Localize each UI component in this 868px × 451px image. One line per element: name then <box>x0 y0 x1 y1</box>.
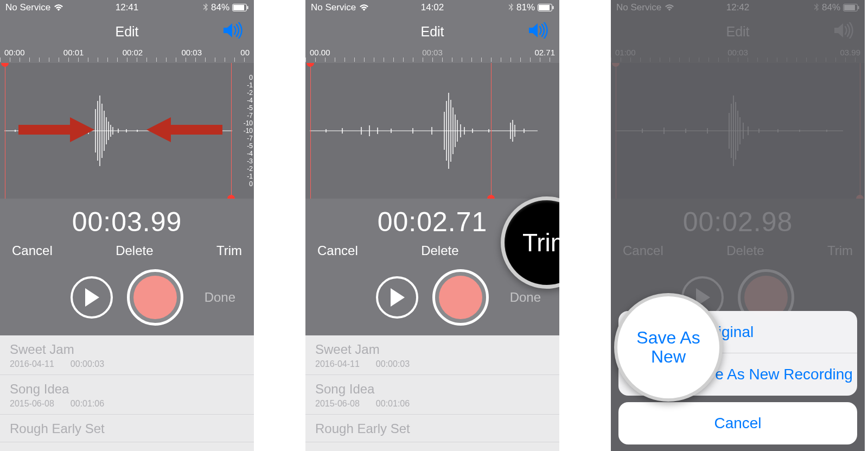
speaker-button <box>833 22 855 41</box>
recording-duration: 00:01:06 <box>71 399 104 408</box>
waveform-area[interactable]: 0-1-2-4-5-7-10-10-7-5-4-3-2-10 <box>0 63 254 199</box>
trim-handle-right[interactable] <box>487 195 495 199</box>
ruler-label: 00:03 <box>422 48 443 58</box>
recording-date: 2015-06-08 <box>315 399 360 408</box>
carrier-label: No Service <box>5 2 50 13</box>
duration-label: 00:02.98 <box>611 206 865 238</box>
carrier-label: No Service <box>616 2 661 13</box>
recording-title: Song Idea <box>10 382 244 397</box>
waveform-area[interactable] <box>305 63 559 199</box>
callout-label: Trim <box>522 228 559 257</box>
nav-header: Edit <box>0 15 254 48</box>
recording-date: 2016-04-11 <box>10 359 54 369</box>
trim-handle-right <box>856 195 864 199</box>
ruler-label: 03.99 <box>840 48 860 58</box>
recording-title: Rough Early Set <box>10 421 244 436</box>
recording-duration: 00:00:03 <box>376 359 410 369</box>
trim-handle-left-line[interactable] <box>5 63 5 199</box>
done-button[interactable]: Done <box>510 290 541 305</box>
bluetooth-icon <box>814 3 819 12</box>
callout-save-as-new: Save As New <box>614 293 723 402</box>
wifi-icon <box>359 4 369 11</box>
ruler-label: 00:03 <box>727 48 748 58</box>
trim-handle-right[interactable] <box>227 195 235 199</box>
trim-handle-left-line <box>616 63 616 199</box>
sheet-cancel[interactable]: Cancel <box>618 402 857 444</box>
svg-rect-29 <box>539 5 550 10</box>
nav-header: Edit <box>305 15 559 48</box>
svg-rect-30 <box>553 6 554 9</box>
trim-handle-right-line[interactable] <box>231 63 232 199</box>
recordings-list: Sweet Jam 2016-04-1100:00:03 Song Idea 2… <box>305 335 559 451</box>
done-button[interactable]: Done <box>205 290 235 305</box>
phone-screenshot-3: No Service 12:42 84% Edit <box>611 0 865 451</box>
battery-icon <box>843 4 859 11</box>
record-button[interactable] <box>432 269 489 326</box>
wifi-icon <box>665 4 674 11</box>
duration-label: 00:03.99 <box>0 206 254 238</box>
wifi-icon <box>54 4 63 11</box>
list-item[interactable]: Sweet Jam 2016-04-1100:00:03 <box>305 335 559 375</box>
waveform <box>615 63 843 199</box>
trim-handle-left-line[interactable] <box>310 63 311 199</box>
timeline-ruler: 00.00 00:03 02.71 <box>305 48 559 63</box>
page-title: Edit <box>115 24 138 40</box>
nav-header: Edit <box>611 15 865 48</box>
battery-icon <box>538 4 554 11</box>
list-item[interactable]: Rough Early Set <box>305 415 559 442</box>
page-title: Edit <box>420 24 444 40</box>
svg-rect-56 <box>844 5 855 10</box>
status-bar: No Service 12:41 84% <box>0 0 254 15</box>
ruler-label: 02.71 <box>534 48 555 58</box>
page-title: Edit <box>726 24 749 40</box>
svg-rect-1 <box>233 5 244 10</box>
clock: 12:42 <box>726 2 750 13</box>
recording-title: Sweet Jam <box>315 342 550 357</box>
cancel-button[interactable]: Cancel <box>12 243 53 258</box>
timeline-ruler: 01:00 00:03 03.99 <box>611 48 865 63</box>
speaker-button[interactable] <box>222 22 244 41</box>
speaker-button[interactable] <box>528 22 550 41</box>
delete-button[interactable]: Delete <box>421 243 458 258</box>
waveform <box>310 63 538 199</box>
clock: 14:02 <box>421 2 444 13</box>
phone-screenshot-2: No Service 14:02 81% Edit <box>305 0 559 451</box>
recordings-list: Sweet Jam 2016-04-1100:00:03 Song Idea 2… <box>0 335 254 451</box>
trim-handle-right-line <box>860 63 860 199</box>
status-bar: No Service 14:02 81% <box>305 0 559 15</box>
battery-percent: 84% <box>211 2 229 13</box>
list-item[interactable]: Rough Early Set <box>0 415 254 442</box>
recording-date: 2016-04-11 <box>315 359 360 369</box>
ruler-label: 00:00 <box>4 48 25 58</box>
callout-label: Save As New <box>617 328 719 366</box>
ruler-label: 00:02 <box>123 48 143 58</box>
play-button[interactable] <box>376 276 418 319</box>
play-button[interactable] <box>71 276 113 319</box>
ruler-label: 00:01 <box>63 48 84 58</box>
svg-rect-2 <box>247 6 248 9</box>
trim-button: Trim <box>827 243 853 258</box>
recording-duration: 00:00:03 <box>71 359 104 369</box>
list-item[interactable]: Sweet Jam 2016-04-1100:00:03 <box>0 335 254 375</box>
record-button[interactable] <box>127 269 183 326</box>
trim-button[interactable]: Trim <box>216 243 242 258</box>
cancel-button[interactable]: Cancel <box>317 243 358 258</box>
bluetooth-icon <box>203 3 208 12</box>
bluetooth-icon <box>508 3 514 12</box>
recording-duration: 00:01:06 <box>376 399 410 408</box>
trim-handle-right-line[interactable] <box>491 63 492 199</box>
delete-button[interactable]: Delete <box>116 243 153 258</box>
instruction-arrow-right <box>18 116 94 145</box>
cancel-button: Cancel <box>623 243 663 258</box>
list-item[interactable]: Song Idea 2015-06-0800:01:06 <box>0 375 254 415</box>
battery-icon <box>232 4 248 11</box>
ruler-label: 00.00 <box>310 48 330 58</box>
battery-percent: 81% <box>516 2 535 13</box>
list-item[interactable]: Song Idea 2015-06-0800:01:06 <box>305 375 559 415</box>
recording-title: Song Idea <box>315 382 550 397</box>
instruction-arrow-left <box>146 116 222 145</box>
clock: 12:41 <box>116 2 139 13</box>
db-scale: 0-1-2-4-5-7-10-10-7-5-4-3-2-10 <box>234 74 253 188</box>
battery-percent: 84% <box>822 2 840 13</box>
waveform-area <box>611 63 865 199</box>
